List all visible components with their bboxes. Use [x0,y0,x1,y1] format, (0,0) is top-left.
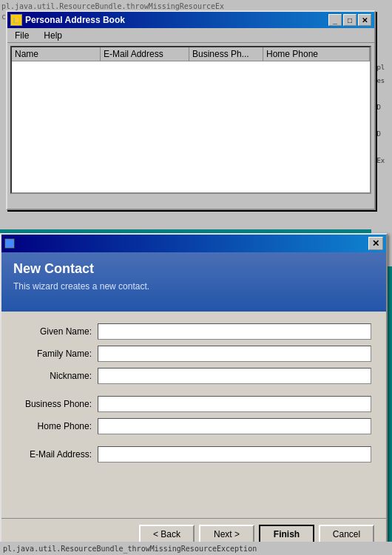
dialog-titlebar: ✕ [1,235,386,252]
email-input[interactable] [98,446,371,462]
email-row: E-Mail Address: [16,446,371,462]
col-home-phone: Home Phone [263,47,370,61]
dialog-title: New Contact [13,261,374,277]
dialog-header: New Contact This wizard creates a new co… [1,252,386,312]
bottom-bar: pl.java.util.ResourceBundle_throwMissing… [0,542,392,555]
home-phone-input[interactable] [98,418,371,434]
address-book-title: Personal Address Book [25,15,125,25]
family-name-input[interactable] [98,346,371,362]
form-spacer-2 [16,440,371,446]
table-header: Name E-Mail Address Business Ph... Home … [12,47,370,61]
given-name-label: Given Name: [16,326,98,337]
table-body [12,61,370,187]
business-phone-row: Business Phone: [16,396,371,412]
address-book-titlebar: 📒 Personal Address Book _ □ ✕ [7,12,374,28]
menubar: File Help [7,28,374,43]
nickname-input[interactable] [98,368,371,384]
form-spacer-1 [16,390,371,396]
given-name-input[interactable] [98,323,371,340]
address-book-window: 📒 Personal Address Book _ □ ✕ File Help … [6,10,376,210]
bottom-bar-text: pl.java.util.ResourceBundle_throwMissing… [3,545,257,553]
col-email: E-Mail Address [101,47,189,61]
dialog-subtitle: This wizard creates a new contact. [13,281,374,292]
dialog-form: Given Name: Family Name: Nickname: Busin… [1,312,386,518]
given-name-row: Given Name: [16,323,371,340]
file-menu[interactable]: File [10,29,33,42]
dialog-body: New Contact This wizard creates a new co… [1,252,386,550]
dialog-window-icon [4,238,15,249]
business-phone-label: Business Phone: [16,399,98,409]
family-name-label: Family Name: [16,349,98,359]
close-button[interactable]: ✕ [358,14,371,26]
maximize-button[interactable]: □ [343,14,356,26]
address-book-window-icon: 📒 [10,14,22,26]
family-name-row: Family Name: [16,346,371,362]
new-contact-dialog: ✕ New Contact This wizard creates a new … [0,233,388,551]
help-menu[interactable]: Help [39,29,67,42]
nickname-row: Nickname: [16,368,371,384]
home-phone-label: Home Phone: [16,421,98,431]
home-phone-row: Home Phone: [16,418,371,434]
col-business-phone: Business Ph... [189,47,263,61]
dialog-close-button[interactable]: ✕ [368,237,383,250]
col-name: Name [12,47,101,61]
minimize-button[interactable]: _ [328,14,342,26]
business-phone-input[interactable] [98,396,371,412]
email-label: E-Mail Address: [16,449,98,460]
contacts-table: Name E-Mail Address Business Ph... Home … [10,46,371,194]
nickname-label: Nickname: [16,371,98,381]
titlebar-controls: _ □ ✕ [328,14,371,26]
